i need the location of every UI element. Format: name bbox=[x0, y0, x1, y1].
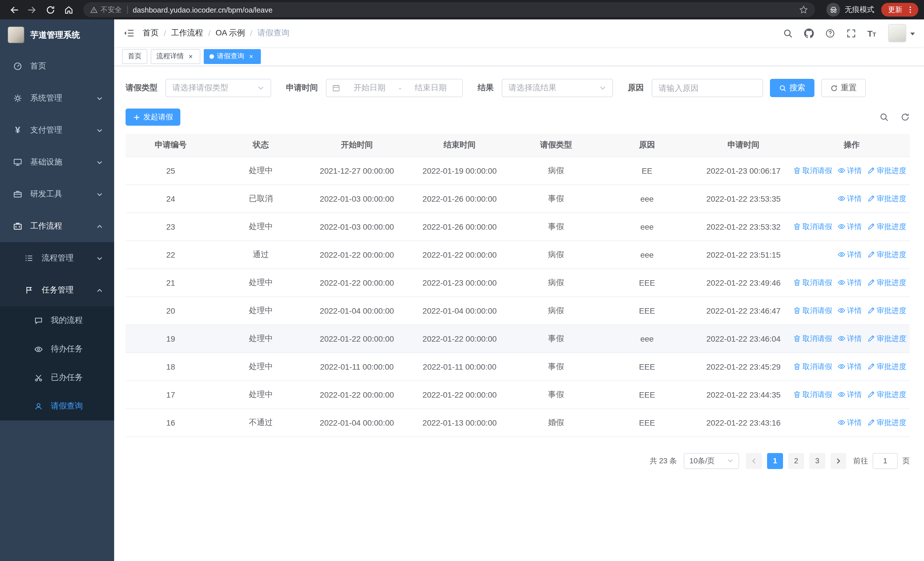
detail-link[interactable]: 详情 bbox=[838, 277, 862, 288]
breadcrumb-oa-example[interactable]: OA 示例 bbox=[216, 28, 245, 38]
browser-home-button[interactable] bbox=[60, 2, 76, 18]
table-row[interactable]: 23 处理中 2022-01-03 00:00:00 2022-01-26 00… bbox=[126, 212, 910, 241]
sidebar-item-workflow[interactable]: 工作流程 bbox=[0, 210, 114, 242]
app-logo[interactable]: 芋道管理系统 bbox=[0, 20, 114, 50]
browser-back-button[interactable] bbox=[6, 2, 22, 18]
date-range-picker[interactable]: 开始日期 - 结束日期 bbox=[326, 79, 463, 97]
cell-reason: eee bbox=[601, 325, 693, 352]
table-row[interactable]: 16 不通过 2022-01-04 00:00:00 2022-01-13 00… bbox=[126, 409, 910, 436]
forward-arrow-icon bbox=[27, 5, 37, 15]
browser-reload-button[interactable] bbox=[42, 2, 58, 18]
page-size-select[interactable]: 10条/页 bbox=[684, 453, 739, 469]
tab-home[interactable]: 首页 bbox=[122, 49, 147, 64]
cancel-leave-link[interactable]: 取消请假 bbox=[794, 165, 832, 176]
reset-button[interactable]: 重置 bbox=[821, 79, 866, 97]
sidebar-item-todo-tasks[interactable]: 待办任务 bbox=[0, 335, 114, 363]
kebab-menu-icon[interactable] bbox=[906, 6, 914, 14]
sidebar-item-task-management[interactable]: 任务管理 bbox=[0, 274, 114, 306]
font-size-icon[interactable]: TT bbox=[867, 28, 876, 38]
cancel-leave-link[interactable]: 取消请假 bbox=[794, 333, 832, 344]
table-row[interactable]: 17 处理中 2022-01-22 00:00:00 2022-01-22 00… bbox=[126, 381, 910, 409]
cancel-leave-link[interactable]: 取消请假 bbox=[794, 390, 832, 400]
table-row[interactable]: 20 处理中 2022-01-04 00:00:00 2022-01-04 00… bbox=[126, 296, 910, 325]
sidebar-item-devtools[interactable]: 研发工具 bbox=[0, 178, 114, 210]
table-row[interactable]: 22 通过 2022-01-22 00:00:00 2022-01-22 00:… bbox=[126, 241, 910, 269]
approval-progress-link[interactable]: 审批进度 bbox=[867, 333, 906, 344]
reason-input[interactable] bbox=[652, 79, 763, 97]
breadcrumb-home[interactable]: 首页 bbox=[142, 28, 159, 38]
breadcrumb-workflow[interactable]: 工作流程 bbox=[171, 28, 203, 38]
sidebar-item-leave-query[interactable]: 请假查询 bbox=[0, 392, 114, 420]
table-row[interactable]: 21 处理中 2022-01-22 00:00:00 2022-01-23 00… bbox=[126, 269, 910, 296]
table-row[interactable]: 25 处理中 2021-12-27 00:00:00 2022-01-19 00… bbox=[126, 156, 910, 185]
security-warning[interactable]: 不安全 bbox=[90, 5, 122, 15]
pen-icon bbox=[867, 363, 875, 370]
tab-process-detail[interactable]: 流程详情 × bbox=[151, 49, 200, 64]
detail-link[interactable]: 详情 bbox=[838, 417, 862, 428]
incognito-chip[interactable]: 无痕模式 bbox=[826, 3, 874, 17]
close-icon[interactable]: × bbox=[247, 52, 255, 60]
url-bar[interactable]: 不安全 dashboard.yudao.iocoder.cn/bpm/oa/le… bbox=[83, 2, 815, 17]
next-page-button[interactable] bbox=[830, 453, 846, 469]
url-text[interactable]: dashboard.yudao.iocoder.cn/bpm/oa/leave bbox=[133, 5, 799, 14]
result-select[interactable]: 请选择流结果 bbox=[502, 79, 613, 97]
cell-start-time: 2022-01-03 00:00:00 bbox=[306, 212, 408, 241]
table-row[interactable]: 24 已取消 2022-01-03 00:00:00 2022-01-26 00… bbox=[126, 185, 910, 212]
browser-update-button[interactable]: 更新 bbox=[881, 3, 918, 17]
approval-progress-link[interactable]: 审批进度 bbox=[867, 193, 906, 204]
cancel-leave-link[interactable]: 取消请假 bbox=[794, 221, 832, 232]
page-number-button[interactable]: 2 bbox=[788, 453, 804, 469]
user-menu[interactable] bbox=[888, 24, 915, 42]
bookmark-star-icon[interactable] bbox=[799, 5, 808, 14]
approval-progress-link[interactable]: 审批进度 bbox=[867, 361, 906, 371]
table-row[interactable]: 18 处理中 2022-01-11 00:00:00 2022-01-11 00… bbox=[126, 352, 910, 381]
detail-link[interactable]: 详情 bbox=[838, 250, 862, 260]
chevron-down-icon bbox=[96, 127, 103, 133]
sidebar-item-payment[interactable]: ¥ 支付管理 bbox=[0, 114, 114, 146]
end-date-placeholder[interactable]: 结束日期 bbox=[405, 83, 457, 93]
goto-page-input[interactable] bbox=[873, 453, 898, 469]
approval-progress-link[interactable]: 审批进度 bbox=[867, 305, 906, 316]
fullscreen-icon[interactable] bbox=[846, 28, 856, 38]
approval-progress-link[interactable]: 审批进度 bbox=[867, 417, 906, 428]
cancel-leave-link[interactable]: 取消请假 bbox=[794, 305, 832, 316]
table-row[interactable]: 19 处理中 2022-01-22 00:00:00 2022-01-22 00… bbox=[126, 325, 910, 352]
search-button[interactable]: 搜索 bbox=[770, 79, 814, 97]
create-leave-button[interactable]: 发起请假 bbox=[126, 108, 180, 126]
collapse-sidebar-icon[interactable] bbox=[123, 27, 135, 39]
approval-progress-link[interactable]: 审批进度 bbox=[867, 221, 906, 232]
approval-progress-link[interactable]: 审批进度 bbox=[867, 250, 906, 260]
toggle-search-icon[interactable] bbox=[879, 112, 889, 122]
browser-forward-button[interactable] bbox=[24, 2, 40, 18]
cell-apply-time: 2022-01-23 00:06:17 bbox=[693, 156, 794, 185]
sidebar-item-my-processes[interactable]: 我的流程 bbox=[0, 306, 114, 335]
sidebar-item-home[interactable]: 首页 bbox=[0, 50, 114, 82]
tab-leave-query[interactable]: 请假查询 × bbox=[204, 49, 261, 64]
help-icon[interactable] bbox=[825, 28, 835, 38]
close-icon[interactable]: × bbox=[187, 52, 195, 60]
sidebar-item-infrastructure[interactable]: 基础设施 bbox=[0, 146, 114, 178]
approval-progress-link[interactable]: 审批进度 bbox=[867, 165, 906, 176]
page-number-button[interactable]: 1 bbox=[767, 453, 783, 469]
leave-type-select[interactable]: 请选择请假类型 bbox=[165, 79, 271, 97]
sidebar-item-process-management[interactable]: 流程管理 bbox=[0, 242, 114, 274]
sidebar-item-system[interactable]: 系统管理 bbox=[0, 82, 114, 114]
cancel-leave-link[interactable]: 取消请假 bbox=[794, 361, 832, 371]
sidebar-item-done-tasks[interactable]: 已办任务 bbox=[0, 363, 114, 392]
search-icon[interactable] bbox=[783, 28, 793, 38]
approval-progress-link[interactable]: 审批进度 bbox=[867, 390, 906, 400]
detail-link[interactable]: 详情 bbox=[838, 305, 862, 316]
detail-link[interactable]: 详情 bbox=[838, 333, 862, 344]
detail-link[interactable]: 详情 bbox=[838, 221, 862, 232]
prev-page-button[interactable] bbox=[746, 453, 762, 469]
detail-link[interactable]: 详情 bbox=[838, 361, 862, 371]
page-number-button[interactable]: 3 bbox=[809, 453, 825, 469]
detail-link[interactable]: 详情 bbox=[838, 193, 862, 204]
refresh-table-icon[interactable] bbox=[900, 112, 910, 122]
approval-progress-link[interactable]: 审批进度 bbox=[867, 277, 906, 288]
cancel-leave-link[interactable]: 取消请假 bbox=[794, 277, 832, 288]
detail-link[interactable]: 详情 bbox=[838, 390, 862, 400]
start-date-placeholder[interactable]: 开始日期 bbox=[344, 83, 395, 93]
detail-link[interactable]: 详情 bbox=[838, 165, 862, 176]
github-icon[interactable] bbox=[804, 28, 814, 38]
